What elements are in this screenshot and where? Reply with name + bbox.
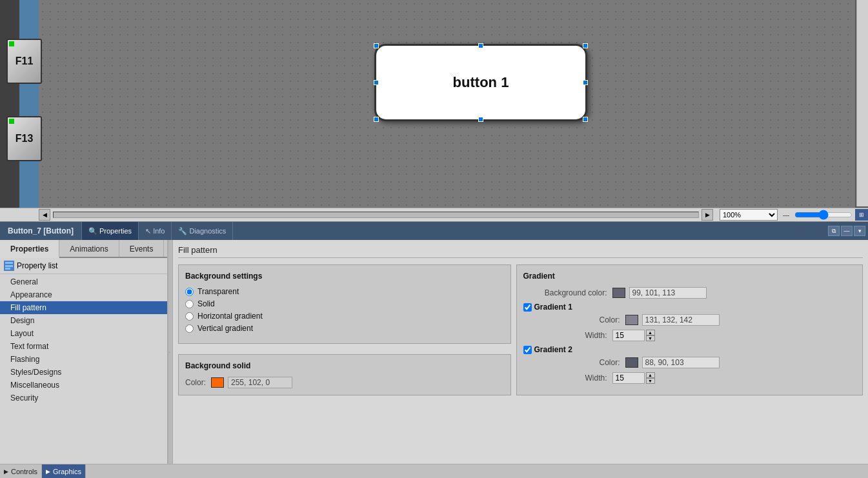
controls-triangle: ▶ (4, 468, 8, 475)
g2-width-up[interactable]: ▲ (646, 372, 655, 378)
bg-solid-color-row: Color: 255, 102, 0 (185, 377, 504, 388)
gradient-title: Gradient (523, 272, 856, 281)
radio-horiz-gradient[interactable]: Horizontal gradient (185, 312, 504, 321)
radio-transparent[interactable]: Transparent (185, 287, 504, 296)
header-tab-info-label: Info (153, 227, 165, 235)
g1-width-spinner: ▲ ▼ (646, 330, 655, 341)
handle-tl[interactable] (374, 43, 379, 48)
prop-styles[interactable]: Styles/Designs (0, 366, 167, 379)
properties-panel: Properties Animations Events Texts Prope… (0, 240, 868, 464)
zoom-slider[interactable] (794, 212, 853, 218)
sidebar-divider[interactable] (168, 240, 173, 464)
fill-columns: Background settings Transparent Solid (178, 264, 863, 395)
g1-width-down[interactable]: ▼ (646, 335, 655, 341)
g1-color-label: Color: (536, 315, 620, 324)
g1-color-value: 131, 132, 142 (642, 314, 720, 326)
gradient1-checkbox[interactable] (523, 303, 532, 312)
bottom-controls[interactable]: ▶ Controls (0, 464, 42, 478)
tab-properties[interactable]: Properties (0, 240, 59, 258)
header-ctrl-3[interactable]: ▾ (854, 226, 865, 236)
bg-options: Transparent Solid Horizontal gradient (185, 287, 504, 333)
prop-design[interactable]: Design (0, 314, 167, 327)
prop-appearance[interactable]: Appearance (0, 288, 167, 301)
prop-list-header: Property list (0, 258, 167, 274)
radio-vert-input[interactable] (185, 324, 194, 333)
svg-rect-2 (5, 268, 10, 270)
scroll-track[interactable] (53, 212, 699, 218)
prop-flashing[interactable]: Flashing (0, 353, 167, 366)
fkey-f13-label: F13 (15, 133, 34, 144)
prop-general[interactable]: General (0, 275, 167, 288)
handle-bl[interactable] (374, 117, 379, 122)
zoom-bar: ◀ ▶ 100% 50% 200% — ⊞ (0, 208, 868, 222)
f11-indicator (9, 41, 14, 46)
g1-width-row: Width: 15 ▲ ▼ (549, 330, 856, 341)
fkey-f11-label: F11 (15, 55, 34, 67)
tab-animations[interactable]: Animations (59, 240, 119, 257)
bottom-bar: ▶ Controls ▶ Graphics (0, 464, 868, 478)
canvas-scrollbar-right[interactable] (856, 0, 868, 206)
props-sidebar: Properties Animations Events Texts Prope… (0, 240, 168, 464)
prop-list-label: Property list (17, 261, 57, 270)
bg-solid-title: Background solid (185, 361, 504, 370)
gradient2-check-row: Gradient 2 (523, 345, 856, 354)
radio-vert-label: Vertical gradient (197, 324, 253, 333)
scroll-left-btn[interactable]: ◀ (39, 209, 50, 221)
radio-vert-gradient[interactable]: Vertical gradient (185, 324, 504, 333)
handle-ml[interactable] (374, 80, 379, 85)
tab-events[interactable]: Events (119, 240, 165, 257)
radio-solid[interactable]: Solid (185, 299, 504, 308)
controls-label: Controls (11, 468, 37, 475)
prop-layout[interactable]: Layout (0, 327, 167, 340)
header-tab-info[interactable]: ↖ Info (139, 222, 172, 240)
prop-fill-pattern[interactable]: Fill pattern (0, 301, 167, 314)
fkey-f13[interactable]: F13 (6, 116, 42, 161)
g2-width-down[interactable]: ▼ (646, 378, 655, 384)
g1-width-up[interactable]: ▲ (646, 330, 655, 335)
handle-bm[interactable] (478, 117, 483, 122)
radio-solid-input[interactable] (185, 300, 194, 308)
header-tab-diagnostics[interactable]: 🔧 Diagnostics (172, 222, 233, 240)
gradient1-color-row: Color: 131, 132, 142 (536, 314, 856, 326)
prop-security[interactable]: Security (0, 392, 167, 404)
gradient-bg-swatch[interactable] (612, 288, 625, 298)
radio-transparent-input[interactable] (185, 288, 194, 296)
object-header: Button_7 [Button] 🔍 Properties ↖ Info 🔧 … (0, 222, 868, 240)
canvas-button1[interactable]: button 1 (374, 44, 587, 121)
gradient2-checkbox[interactable] (523, 346, 532, 354)
gradient1-check-row: Gradient 1 (523, 303, 856, 312)
bg-solid-color-swatch[interactable] (211, 377, 224, 388)
canvas-area: F11 F13 button 1 (0, 0, 868, 219)
fkey-f11[interactable]: F11 (6, 39, 42, 84)
zoom-decrease-icon: — (783, 212, 789, 219)
radio-horiz-input[interactable] (185, 312, 194, 321)
handle-tm[interactable] (478, 43, 483, 48)
zoom-select[interactable]: 100% 50% 200% (720, 209, 778, 221)
g1-color-swatch[interactable] (625, 315, 638, 325)
g1-width-label: Width: (549, 331, 607, 340)
object-title: Button_7 [Button] (0, 222, 82, 240)
header-tab-properties[interactable]: 🔍 Properties (82, 222, 139, 240)
gradient-bg-value: 99, 101, 113 (629, 287, 707, 299)
scroll-right-btn[interactable]: ▶ (701, 209, 713, 221)
gradient-box: Gradient Background color: 99, 101, 113 … (516, 264, 863, 395)
background-solid-box: Background solid Color: 255, 102, 0 (178, 354, 511, 395)
header-ctrl-2[interactable]: — (841, 226, 853, 236)
props-tabs: Properties Animations Events Texts (0, 240, 167, 258)
f13-indicator (9, 119, 14, 124)
background-settings-box: Background settings Transparent Solid (178, 264, 511, 344)
prop-text-format[interactable]: Text format (0, 340, 167, 353)
g1-width-input[interactable]: 15 (612, 330, 645, 341)
info-icon: ↖ (145, 227, 151, 235)
prop-misc[interactable]: Miscellaneous (0, 379, 167, 392)
g2-color-swatch[interactable] (625, 357, 638, 368)
view-icon[interactable]: ⊞ (855, 209, 868, 221)
handle-mr[interactable] (583, 80, 588, 85)
header-ctrl-1[interactable]: ⧉ (828, 226, 840, 236)
handle-tr[interactable] (583, 43, 588, 48)
radio-transparent-label: Transparent (197, 287, 239, 296)
handle-br[interactable] (583, 117, 588, 122)
bottom-graphics[interactable]: ▶ Graphics (42, 464, 86, 478)
svg-rect-0 (5, 262, 13, 264)
g2-width-input[interactable]: 15 (612, 372, 645, 384)
